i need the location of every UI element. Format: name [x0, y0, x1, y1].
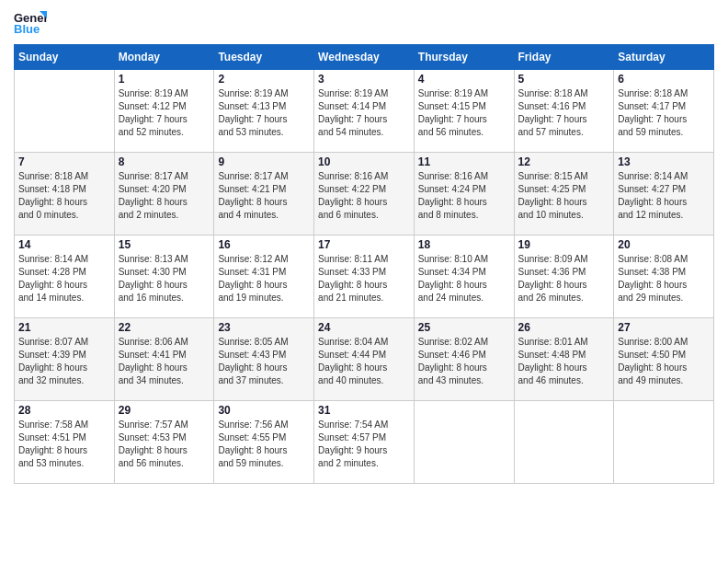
calendar-cell: 17Sunrise: 8:11 AM Sunset: 4:33 PM Dayli… — [314, 236, 415, 318]
day-number: 6 — [618, 73, 710, 86]
day-number: 22 — [119, 321, 210, 334]
weekday-header-cell: Saturday — [614, 45, 714, 70]
day-number: 1 — [119, 73, 210, 86]
calendar-cell: 24Sunrise: 8:04 AM Sunset: 4:44 PM Dayli… — [314, 318, 415, 401]
day-info: Sunrise: 8:19 AM Sunset: 4:15 PM Dayligh… — [418, 87, 510, 139]
calendar-cell: 21Sunrise: 8:07 AM Sunset: 4:39 PM Dayli… — [15, 318, 115, 401]
day-number: 13 — [618, 155, 710, 168]
day-number: 18 — [418, 238, 510, 251]
calendar-cell: 30Sunrise: 7:56 AM Sunset: 4:55 PM Dayli… — [214, 401, 314, 484]
day-number: 7 — [18, 155, 110, 168]
calendar-week-row: 1Sunrise: 8:19 AM Sunset: 4:12 PM Daylig… — [15, 70, 714, 153]
day-info: Sunrise: 8:13 AM Sunset: 4:30 PM Dayligh… — [119, 253, 210, 304]
day-info: Sunrise: 8:08 AM Sunset: 4:38 PM Dayligh… — [618, 253, 710, 304]
day-info: Sunrise: 8:19 AM Sunset: 4:12 PM Dayligh… — [119, 87, 210, 139]
weekday-header-row: SundayMondayTuesdayWednesdayThursdayFrid… — [15, 45, 714, 70]
calendar-cell: 6Sunrise: 8:18 AM Sunset: 4:17 PM Daylig… — [614, 70, 714, 153]
day-info: Sunrise: 7:58 AM Sunset: 4:51 PM Dayligh… — [18, 419, 110, 470]
calendar-cell: 20Sunrise: 8:08 AM Sunset: 4:38 PM Dayli… — [614, 236, 714, 318]
day-number: 27 — [618, 321, 710, 334]
calendar-table: SundayMondayTuesdayWednesdayThursdayFrid… — [14, 44, 714, 484]
day-number: 11 — [418, 155, 510, 168]
day-info: Sunrise: 8:12 AM Sunset: 4:31 PM Dayligh… — [218, 253, 310, 304]
calendar-week-row: 28Sunrise: 7:58 AM Sunset: 4:51 PM Dayli… — [15, 401, 714, 484]
logo-icon: General Blue — [14, 9, 47, 37]
calendar-cell: 27Sunrise: 8:00 AM Sunset: 4:50 PM Dayli… — [614, 318, 714, 401]
calendar-cell: 18Sunrise: 8:10 AM Sunset: 4:34 PM Dayli… — [414, 236, 514, 318]
day-info: Sunrise: 8:14 AM Sunset: 4:27 PM Dayligh… — [618, 170, 710, 222]
page-header: General Blue — [14, 9, 714, 37]
calendar-cell: 4Sunrise: 8:19 AM Sunset: 4:15 PM Daylig… — [414, 70, 514, 153]
calendar-cell — [614, 401, 714, 484]
day-info: Sunrise: 8:19 AM Sunset: 4:13 PM Dayligh… — [218, 87, 310, 139]
calendar-cell: 2Sunrise: 8:19 AM Sunset: 4:13 PM Daylig… — [214, 70, 314, 153]
day-info: Sunrise: 8:16 AM Sunset: 4:24 PM Dayligh… — [418, 170, 510, 222]
day-number: 9 — [218, 155, 310, 168]
weekday-header-cell: Friday — [514, 45, 614, 70]
logo: General Blue — [14, 9, 47, 37]
day-number: 30 — [218, 404, 310, 417]
day-number: 5 — [518, 73, 610, 86]
calendar-cell: 7Sunrise: 8:18 AM Sunset: 4:18 PM Daylig… — [15, 153, 115, 236]
weekday-header-cell: Sunday — [15, 45, 115, 70]
day-info: Sunrise: 8:18 AM Sunset: 4:16 PM Dayligh… — [518, 87, 610, 139]
day-number: 26 — [518, 321, 610, 334]
day-number: 25 — [418, 321, 510, 334]
calendar-cell: 26Sunrise: 8:01 AM Sunset: 4:48 PM Dayli… — [514, 318, 614, 401]
day-info: Sunrise: 8:07 AM Sunset: 4:39 PM Dayligh… — [18, 336, 110, 387]
calendar-week-row: 21Sunrise: 8:07 AM Sunset: 4:39 PM Dayli… — [15, 318, 714, 401]
day-info: Sunrise: 8:18 AM Sunset: 4:18 PM Dayligh… — [18, 170, 110, 222]
calendar-cell — [15, 70, 115, 153]
weekday-header-cell: Monday — [114, 45, 214, 70]
day-info: Sunrise: 7:57 AM Sunset: 4:53 PM Dayligh… — [119, 419, 210, 470]
day-info: Sunrise: 8:01 AM Sunset: 4:48 PM Dayligh… — [518, 336, 610, 387]
day-number: 31 — [318, 404, 410, 417]
calendar-cell: 14Sunrise: 8:14 AM Sunset: 4:28 PM Dayli… — [15, 236, 115, 318]
day-info: Sunrise: 8:18 AM Sunset: 4:17 PM Dayligh… — [618, 87, 710, 139]
day-info: Sunrise: 8:09 AM Sunset: 4:36 PM Dayligh… — [518, 253, 610, 304]
day-info: Sunrise: 8:02 AM Sunset: 4:46 PM Dayligh… — [418, 336, 510, 387]
svg-text:Blue: Blue — [14, 22, 40, 36]
weekday-header-cell: Thursday — [414, 45, 514, 70]
calendar-cell: 19Sunrise: 8:09 AM Sunset: 4:36 PM Dayli… — [514, 236, 614, 318]
day-info: Sunrise: 8:11 AM Sunset: 4:33 PM Dayligh… — [318, 253, 410, 304]
calendar-cell: 5Sunrise: 8:18 AM Sunset: 4:16 PM Daylig… — [514, 70, 614, 153]
day-number: 24 — [318, 321, 410, 334]
calendar-cell: 9Sunrise: 8:17 AM Sunset: 4:21 PM Daylig… — [214, 153, 314, 236]
day-info: Sunrise: 8:00 AM Sunset: 4:50 PM Dayligh… — [618, 336, 710, 387]
day-number: 10 — [318, 155, 410, 168]
calendar-cell: 10Sunrise: 8:16 AM Sunset: 4:22 PM Dayli… — [314, 153, 415, 236]
day-number: 16 — [218, 238, 310, 251]
calendar-cell: 29Sunrise: 7:57 AM Sunset: 4:53 PM Dayli… — [114, 401, 214, 484]
day-number: 14 — [18, 238, 110, 251]
day-number: 23 — [218, 321, 310, 334]
day-info: Sunrise: 8:16 AM Sunset: 4:22 PM Dayligh… — [318, 170, 410, 222]
calendar-cell: 22Sunrise: 8:06 AM Sunset: 4:41 PM Dayli… — [114, 318, 214, 401]
calendar-week-row: 14Sunrise: 8:14 AM Sunset: 4:28 PM Dayli… — [15, 236, 714, 318]
day-number: 12 — [518, 155, 610, 168]
day-info: Sunrise: 7:56 AM Sunset: 4:55 PM Dayligh… — [218, 419, 310, 470]
day-info: Sunrise: 8:06 AM Sunset: 4:41 PM Dayligh… — [119, 336, 210, 387]
calendar-week-row: 7Sunrise: 8:18 AM Sunset: 4:18 PM Daylig… — [15, 153, 714, 236]
calendar-cell: 31Sunrise: 7:54 AM Sunset: 4:57 PM Dayli… — [314, 401, 415, 484]
day-info: Sunrise: 8:05 AM Sunset: 4:43 PM Dayligh… — [218, 336, 310, 387]
calendar-cell: 15Sunrise: 8:13 AM Sunset: 4:30 PM Dayli… — [114, 236, 214, 318]
day-number: 8 — [119, 155, 210, 168]
day-info: Sunrise: 7:54 AM Sunset: 4:57 PM Dayligh… — [318, 419, 410, 470]
calendar-cell — [414, 401, 514, 484]
weekday-header-cell: Wednesday — [314, 45, 415, 70]
day-number: 20 — [618, 238, 710, 251]
day-number: 2 — [218, 73, 310, 86]
day-number: 19 — [518, 238, 610, 251]
day-info: Sunrise: 8:19 AM Sunset: 4:14 PM Dayligh… — [318, 87, 410, 139]
day-number: 21 — [18, 321, 110, 334]
calendar-body: 1Sunrise: 8:19 AM Sunset: 4:12 PM Daylig… — [15, 70, 714, 484]
day-number: 29 — [119, 404, 210, 417]
day-info: Sunrise: 8:10 AM Sunset: 4:34 PM Dayligh… — [418, 253, 510, 304]
day-number: 28 — [18, 404, 110, 417]
day-info: Sunrise: 8:15 AM Sunset: 4:25 PM Dayligh… — [518, 170, 610, 222]
day-info: Sunrise: 8:17 AM Sunset: 4:20 PM Dayligh… — [119, 170, 210, 222]
day-number: 3 — [318, 73, 410, 86]
calendar-cell: 25Sunrise: 8:02 AM Sunset: 4:46 PM Dayli… — [414, 318, 514, 401]
calendar-cell: 1Sunrise: 8:19 AM Sunset: 4:12 PM Daylig… — [114, 70, 214, 153]
